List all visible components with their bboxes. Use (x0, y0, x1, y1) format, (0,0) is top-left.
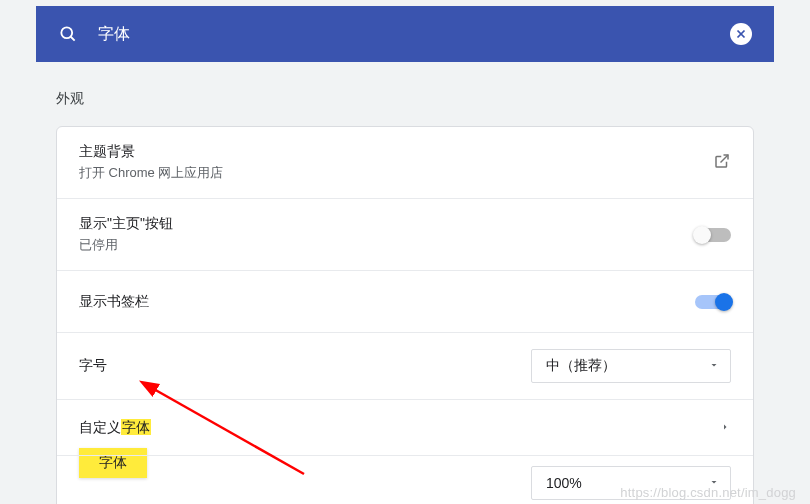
external-link-icon (713, 152, 731, 174)
svg-line-4 (721, 155, 729, 163)
toggle-bookmarks-bar[interactable] (695, 295, 731, 309)
toggle-home-button[interactable] (695, 228, 731, 242)
svg-point-0 (61, 27, 72, 38)
watermark: https://blog.csdn.net/im_dogg (620, 485, 796, 500)
select-zoom-value: 100% (546, 475, 582, 491)
search-bar (36, 6, 774, 62)
row-theme[interactable]: 主题背景 打开 Chrome 网上应用店 (57, 127, 753, 198)
chevron-right-icon (719, 419, 731, 437)
row-bookmarks-bar: 显示书签栏 (57, 270, 753, 332)
select-font-size-value: 中（推荐） (546, 357, 616, 375)
chevron-down-icon (708, 358, 720, 374)
row-home-button: 显示"主页"按钮 已停用 (57, 198, 753, 270)
select-font-size[interactable]: 中（推荐） (531, 349, 731, 383)
row-fontsize-title: 字号 (79, 357, 107, 375)
clear-search-button[interactable] (730, 23, 752, 45)
search-icon (58, 24, 78, 44)
close-icon (734, 27, 748, 41)
row-bookmarks-title: 显示书签栏 (79, 293, 149, 311)
highlight-font: 字体 (121, 419, 151, 435)
section-title-appearance: 外观 (56, 90, 754, 108)
row-customfont-title: 自定义字体 (79, 419, 151, 437)
svg-line-1 (71, 37, 75, 41)
search-input[interactable] (98, 25, 730, 43)
row-home-title: 显示"主页"按钮 (79, 215, 173, 233)
row-theme-title: 主题背景 (79, 143, 223, 161)
row-font-size: 字号 中（推荐） (57, 332, 753, 399)
appearance-card: 主题背景 打开 Chrome 网上应用店 显示"主页"按钮 已停用 显示书签栏 (56, 126, 754, 504)
row-customize-fonts[interactable]: 自定义字体 字体 (57, 399, 753, 455)
row-home-sub: 已停用 (79, 236, 173, 254)
row-theme-sub: 打开 Chrome 网上应用店 (79, 164, 223, 182)
